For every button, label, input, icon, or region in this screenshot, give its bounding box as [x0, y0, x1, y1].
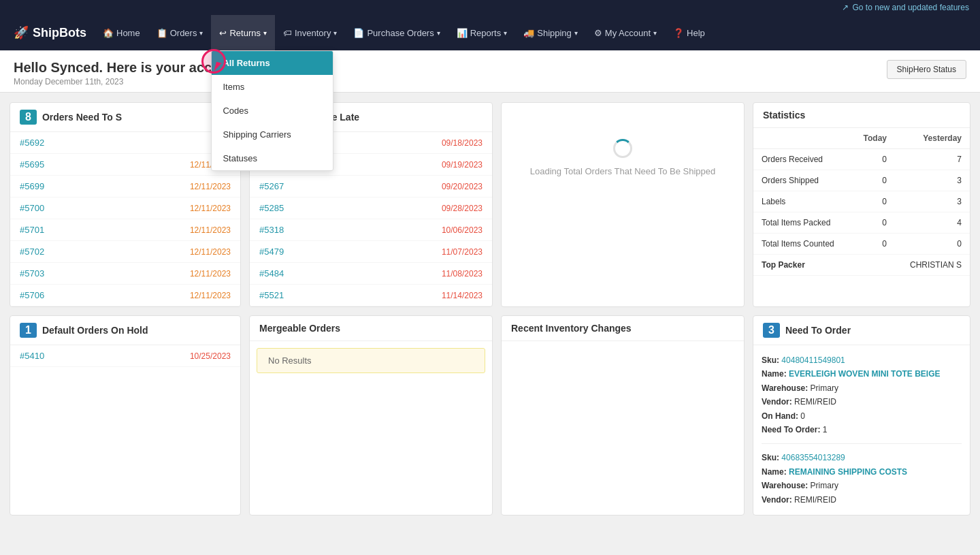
stats-today: 0 [851, 170, 895, 191]
dropdown-codes[interactable]: Codes [212, 99, 333, 123]
order-link[interactable]: #5410 [20, 351, 44, 361]
stats-row: Total Items Counted 0 0 [753, 234, 970, 255]
returns-caret: ▾ [263, 29, 267, 37]
dropdown-all-returns[interactable]: All Returns [212, 51, 333, 75]
nav-returns[interactable]: ↩ Returns ▾ All Returns Items Codes Ship… [211, 15, 275, 50]
order-link[interactable]: #5479 [259, 247, 284, 257]
on-hand-label: On Hand: [762, 411, 798, 421]
table-row: #528509/28/2023 [250, 197, 492, 219]
brand-icon: 🚀 [14, 25, 29, 40]
order-link[interactable]: #5701 [20, 225, 44, 235]
warehouse-label: Warehouse: [762, 481, 808, 490]
nav-inventory[interactable]: 🏷 Inventory ▾ [275, 15, 345, 50]
order-date: 12/11/2023 [190, 182, 231, 191]
vendor-line: Vendor: REMI/REID [762, 395, 962, 409]
order-link[interactable]: #5695 [20, 159, 44, 170]
my-account-caret: ▾ [653, 29, 657, 37]
table-row: #548411/08/2023 [250, 263, 492, 285]
table-row: #552111/14/2023 [250, 285, 492, 306]
order-link[interactable]: #5702 [20, 247, 44, 257]
nav-purchase-orders[interactable]: 📄 Purchase Orders ▾ [345, 15, 448, 50]
table-row: #5692 [10, 132, 240, 154]
name-label: Name: [762, 369, 787, 379]
statistics-table: Today Yesterday Orders Received 0 7 Orde… [753, 128, 970, 276]
dropdown-shipping-carriers[interactable]: Shipping Carriers [212, 123, 333, 146]
shiphero-status-button[interactable]: ShipHero Status [887, 60, 966, 79]
order-link[interactable]: #5692 [20, 138, 44, 148]
default-hold-header: 1 Default Orders On Hold [10, 316, 240, 345]
order-date: 12/11/2023 [190, 269, 231, 279]
order-date: 12/11/2023 [190, 225, 231, 235]
sku-line: Sku: 40683554013289 [762, 451, 962, 464]
stats-col-yesterday: Yesterday [895, 128, 970, 149]
default-hold-count: 1 [20, 323, 37, 338]
stats-label: Top Packer [753, 255, 851, 276]
item-name: REMAINING SHIPPING COSTS [789, 467, 907, 477]
order-date: 10/25/2023 [190, 351, 231, 361]
brand[interactable]: 🚀 ShipBots [5, 15, 95, 50]
stats-today [851, 255, 895, 276]
order-date: 10/06/2023 [442, 225, 483, 235]
order-date: 09/28/2023 [442, 204, 483, 213]
table-row: #570612/11/2023 [10, 285, 240, 306]
sku-link[interactable]: 40683554013289 [781, 453, 845, 462]
nav-help[interactable]: ❓ Help [665, 15, 713, 50]
mergeable-orders-header: Mergeable Orders [250, 316, 492, 341]
dropdown-items[interactable]: Items [212, 75, 333, 99]
my-account-icon: ⚙ [594, 28, 602, 38]
table-row: #570012/11/2023 [10, 197, 240, 219]
need-to-order-item: Sku: 40683554013289 Name: REMAINING SHIP… [762, 451, 962, 507]
stats-row: Total Items Packed 0 4 [753, 212, 970, 234]
loading-spinner [613, 139, 632, 158]
purchase-orders-caret: ▾ [437, 29, 440, 37]
total-orders-card: Loading Total Orders That Need To Be Shi… [501, 102, 745, 307]
order-link[interactable]: #5706 [20, 290, 44, 300]
warehouse-label: Warehouse: [762, 383, 808, 393]
new-features-link[interactable]: Go to new and updated features [853, 3, 969, 12]
nav-my-account[interactable]: ⚙ My Account ▾ [586, 15, 665, 50]
mergeable-orders-card: Mergeable Orders No Results [249, 315, 493, 516]
order-link[interactable]: #5285 [259, 203, 284, 213]
order-date: 09/19/2023 [442, 160, 483, 170]
stats-yesterday: 3 [895, 191, 970, 212]
nav-shipping[interactable]: 🚚 Shipping ▾ [515, 15, 586, 50]
recent-inventory-card: Recent Inventory Changes [501, 315, 745, 516]
table-row: #570112/11/2023 [10, 219, 240, 241]
stats-row: Top Packer CHRISTIAN S [753, 255, 970, 276]
home-icon: 🏠 [103, 28, 114, 38]
table-row: #569912/11/2023 [10, 176, 240, 197]
orders-caret: ▾ [199, 29, 203, 37]
nav-reports[interactable]: 📊 Reports ▾ [448, 15, 516, 50]
need-to-order-label: Need To Order: [762, 425, 820, 434]
order-date: 12/11/2023 [190, 247, 231, 257]
order-date: 09/18/2023 [442, 138, 483, 148]
order-date: 11/08/2023 [442, 269, 483, 279]
stats-yesterday: 0 [895, 234, 970, 255]
need-to-order-value: 1 [823, 425, 828, 434]
order-link[interactable]: #5699 [20, 181, 44, 191]
order-link[interactable]: #5700 [20, 203, 44, 213]
stats-label: Total Items Counted [753, 234, 851, 255]
orders-need-ship-body: #5692#569512/11/2023#569912/11/2023#5700… [10, 132, 240, 306]
stats-yesterday: 7 [895, 149, 970, 170]
stats-row: Orders Shipped 0 3 [753, 170, 970, 191]
default-hold-card: 1 Default Orders On Hold #541010/25/2023 [10, 315, 241, 516]
order-link[interactable]: #5484 [259, 268, 284, 279]
dropdown-statuses[interactable]: Statuses [212, 146, 333, 170]
order-link[interactable]: #5521 [259, 290, 284, 300]
sku-link[interactable]: 40480411549801 [781, 355, 845, 365]
nav-orders[interactable]: 📋 Orders ▾ [148, 15, 212, 50]
sku-line: Sku: 40480411549801 [762, 353, 962, 367]
external-link-icon: ↗ [842, 3, 849, 12]
shipping-caret: ▾ [574, 29, 578, 37]
vendor-value: REMI/REID [794, 397, 836, 407]
no-results: No Results [257, 348, 485, 373]
stats-col-label [753, 128, 851, 149]
navbar: 🚀 ShipBots 🏠 Home 📋 Orders ▾ ↩ Returns ▾… [0, 15, 980, 50]
order-link[interactable]: #5267 [259, 181, 284, 191]
order-link[interactable]: #5703 [20, 268, 44, 279]
order-link[interactable]: #5318 [259, 225, 284, 235]
nav-home[interactable]: 🏠 Home [95, 15, 148, 50]
need-to-order-count: 3 [763, 323, 780, 338]
stats-label: Orders Received [753, 149, 851, 170]
